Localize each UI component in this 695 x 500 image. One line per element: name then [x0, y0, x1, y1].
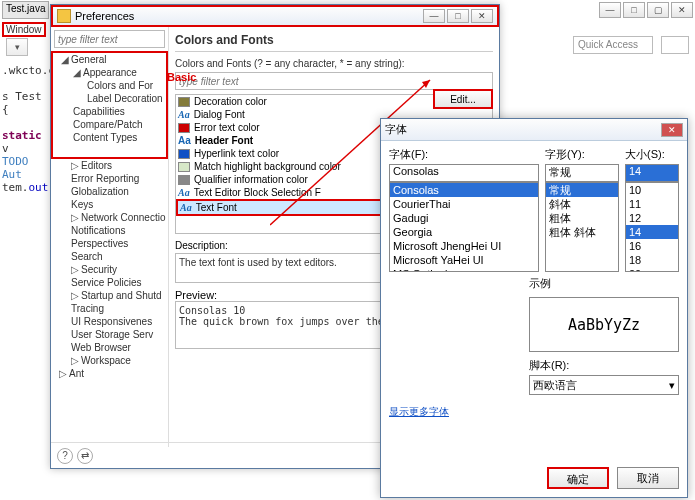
pkg-text: wkcto.c [9, 64, 55, 77]
edit-button[interactable]: Edit... [433, 89, 493, 109]
font-size-list[interactable]: 10 11 12 14 16 18 20 [625, 182, 679, 272]
tree-tracing[interactable]: Tracing [53, 302, 168, 315]
size-option[interactable]: 18 [626, 253, 678, 267]
font-style-list[interactable]: 常规 斜体 粗体 粗体 斜体 [545, 182, 619, 272]
item-match-color[interactable]: Match highlight background color [194, 161, 341, 172]
size-option[interactable]: 20 [626, 267, 678, 272]
font-size-label: 大小(S): [625, 147, 679, 162]
font-style-input[interactable]: 常规 [545, 164, 619, 182]
maximize-button[interactable]: □ [447, 9, 469, 23]
tree-highlight-region: ◢General ◢Appearance Colors and For Labe… [51, 51, 168, 159]
perspective-icon[interactable] [661, 36, 689, 54]
font-style-label: 字形(Y): [545, 147, 619, 162]
item-qualifier-color[interactable]: Qualifier information color [194, 174, 308, 185]
size-option[interactable]: 11 [626, 197, 678, 211]
item-header-font[interactable]: Header Font [195, 135, 253, 146]
tree-label-decorations[interactable]: Label Decoration [55, 92, 166, 105]
preferences-tree-pane: ◢General ◢Appearance Colors and For Labe… [51, 27, 169, 447]
item-block-font[interactable]: Text Editor Block Selection F [194, 187, 321, 198]
page-heading: Colors and Fonts [175, 33, 493, 52]
tree-keys[interactable]: Keys [53, 198, 168, 211]
item-hyperlink-color[interactable]: Hyperlink text color [194, 148, 279, 159]
cancel-button[interactable]: 取消 [617, 467, 679, 489]
font-option[interactable]: Microsoft YaHei UI [390, 253, 538, 267]
close-button[interactable]: ✕ [671, 2, 693, 18]
tree-ui-responsiveness[interactable]: UI Responsivenes [53, 315, 168, 328]
tree-general[interactable]: ◢General [55, 53, 166, 66]
tree-user-storage[interactable]: User Storage Serv [53, 328, 168, 341]
font-option[interactable]: CourierThai [390, 197, 538, 211]
tree-search[interactable]: Search [53, 250, 168, 263]
font-name-list[interactable]: Consolas CourierThai Gadugi Georgia Micr… [389, 182, 539, 272]
item-text-font[interactable]: Text Font [196, 202, 237, 213]
item-dialog-font[interactable]: Dialog Font [194, 109, 245, 120]
tree-service-policies[interactable]: Service Policies [53, 276, 168, 289]
item-error-color[interactable]: Error text color [194, 122, 260, 133]
size-option[interactable]: 10 [626, 183, 678, 197]
tree-globalization[interactable]: Globalization [53, 185, 168, 198]
editor-tab[interactable]: Test.java [2, 1, 49, 19]
font-dialog-title: 字体 [385, 122, 407, 137]
font-filter-input[interactable] [175, 72, 493, 90]
tree-security[interactable]: ▷Security [53, 263, 168, 276]
font-option[interactable]: Gadugi [390, 211, 538, 225]
toolbar-icon[interactable]: ▾ [6, 38, 28, 56]
todo-marker: TODO Aut [2, 155, 29, 181]
tree-perspectives[interactable]: Perspectives [53, 237, 168, 250]
tree-ant[interactable]: ▷Ant [53, 367, 168, 380]
tree-compare[interactable]: Compare/Patch [55, 118, 166, 131]
tree-error-reporting[interactable]: Error Reporting [53, 172, 168, 185]
tree-continued: ▷Editors Error Reporting Globalization K… [51, 159, 168, 380]
font-name-label: 字体(F): [389, 147, 539, 162]
ide-window-controls: — □ ▢ ✕ [597, 2, 693, 18]
out-field: out [29, 181, 49, 194]
tree-appearance[interactable]: ◢Appearance [55, 66, 166, 79]
maximize-button[interactable]: ▢ [647, 2, 669, 18]
script-select[interactable]: 西欧语言▾ [529, 375, 679, 395]
font-option[interactable]: MS Outlook [390, 267, 538, 272]
size-option[interactable]: 14 [626, 225, 678, 239]
tree-content-types[interactable]: Content Types [55, 131, 166, 144]
minimize-button[interactable]: — [599, 2, 621, 18]
restore-button[interactable]: □ [623, 2, 645, 18]
editor-background: .wkcto.c s Test { static v TODO Aut tem.… [0, 60, 50, 500]
style-option[interactable]: 粗体 [546, 211, 618, 225]
basic-annotation: Basic [167, 71, 196, 83]
tree-network[interactable]: ▷Network Connectio [53, 211, 168, 224]
size-option[interactable]: 16 [626, 239, 678, 253]
font-option[interactable]: Georgia [390, 225, 538, 239]
class-text: Test { [2, 90, 42, 116]
preferences-title: Preferences [75, 10, 134, 22]
close-button[interactable]: ✕ [471, 9, 493, 23]
show-more-fonts-link[interactable]: 显示更多字体 [389, 405, 449, 419]
script-label: 脚本(R): [529, 358, 679, 373]
chevron-down-icon: ▾ [669, 379, 675, 392]
tree-editors[interactable]: ▷Editors [53, 159, 168, 172]
font-option-consolas[interactable]: Consolas [390, 183, 538, 197]
tree-web-browser[interactable]: Web Browser [53, 341, 168, 354]
style-option[interactable]: 粗体 斜体 [546, 225, 618, 239]
help-button[interactable]: ? [57, 448, 73, 464]
tree-workspace[interactable]: ▷Workspace [53, 354, 168, 367]
font-option[interactable]: Microsoft JhengHei UI [390, 239, 538, 253]
font-name-input[interactable]: Consolas [389, 164, 539, 182]
minimize-button[interactable]: — [423, 9, 445, 23]
quick-access-input[interactable]: Quick Access [573, 36, 653, 54]
item-decoration-color[interactable]: Decoration color [194, 96, 267, 107]
preferences-icon [57, 9, 71, 23]
tree-colors-fonts[interactable]: Colors and For [55, 79, 166, 92]
tree-startup[interactable]: ▷Startup and Shutd [53, 289, 168, 302]
size-option[interactable]: 12 [626, 211, 678, 225]
style-option[interactable]: 常规 [546, 183, 618, 197]
sample-label: 示例 [529, 276, 679, 291]
window-menu[interactable]: Window [2, 22, 46, 37]
ok-button[interactable]: 确定 [547, 467, 609, 489]
tree-capabilities[interactable]: Capabilities [55, 105, 166, 118]
tree-filter-input[interactable] [54, 30, 165, 48]
preferences-titlebar: Preferences — □ ✕ [51, 5, 499, 27]
close-button[interactable]: ✕ [661, 123, 683, 137]
style-option[interactable]: 斜体 [546, 197, 618, 211]
import-export-button[interactable]: ⇄ [77, 448, 93, 464]
tree-notifications[interactable]: Notifications [53, 224, 168, 237]
font-size-input[interactable]: 14 [625, 164, 679, 182]
